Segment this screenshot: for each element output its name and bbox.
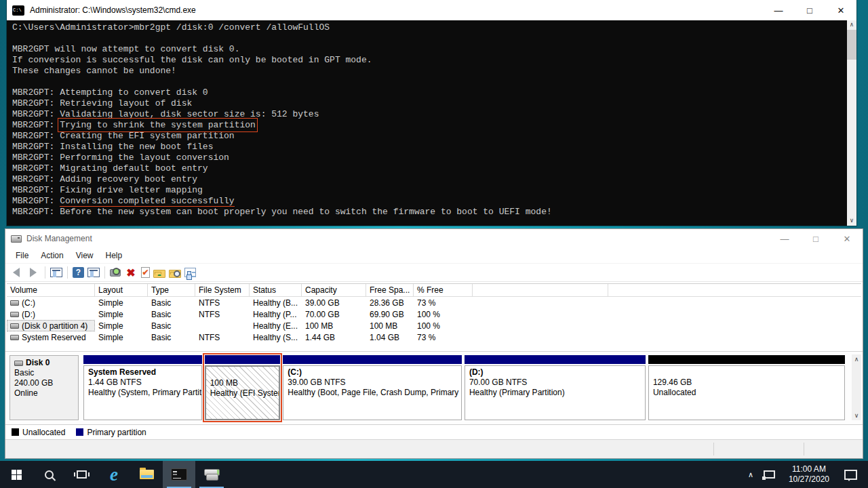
partition-block[interactable]: 129.46 GB Unallocated	[648, 355, 845, 420]
volume-icon	[10, 323, 19, 329]
disk-type: Basic	[14, 368, 74, 378]
console-line: MBR2GPT: Creating the EFI system partiti…	[12, 131, 843, 142]
column-header[interactable]: Free Spa...	[366, 284, 414, 296]
console-line	[12, 33, 843, 44]
back-icon[interactable]	[9, 266, 23, 279]
network-icon[interactable]	[764, 470, 775, 479]
task-view-button[interactable]	[65, 461, 98, 488]
open-icon[interactable]: ▲	[153, 270, 165, 278]
cmd-scrollbar-thumb[interactable]	[847, 30, 856, 60]
search-button[interactable]	[33, 461, 65, 488]
volume-row[interactable]: (C:) Simple Basic NTFS Healthy (B... 39.…	[7, 297, 861, 308]
dm-minimize-button[interactable]: —	[769, 229, 800, 248]
show-console-tree-icon[interactable]	[50, 268, 62, 277]
disk-management-titlebar: Disk Management — □ ✕	[5, 229, 863, 248]
delete-volume-icon[interactable]: ✖	[124, 266, 138, 279]
console-line: These changes cannot be undone!	[12, 66, 843, 77]
dm-toolbar: ? ✖ ✔ ▲	[5, 263, 863, 282]
volume-row[interactable]: (Disk 0 partition 4) Simple Basic Health…	[7, 320, 861, 331]
properties-icon[interactable]	[184, 268, 196, 277]
disk-size: 240.00 GB	[14, 378, 74, 388]
menu-view[interactable]: View	[70, 249, 100, 262]
taskbar-button-icon	[203, 469, 220, 481]
console-line: MBR2GPT: Fixing drive letter mapping	[12, 185, 843, 196]
console-line: MBR2GPT: Before the new system can boot …	[12, 207, 843, 218]
partition-color-bar	[648, 355, 845, 364]
partition-color-bar	[283, 355, 462, 364]
menu-help[interactable]: Help	[100, 249, 129, 262]
tray-clock[interactable]: 11:00 AM 10/27/2020	[782, 464, 836, 485]
console-line: MBR2GPT: Installing the new boot files	[12, 142, 843, 152]
cmd-console[interactable]: C:\Users\Administrator>mbr2gpt /disk:0 /…	[7, 20, 856, 226]
column-header[interactable]: Status	[250, 284, 302, 296]
taskbar-button-icon	[12, 470, 22, 480]
scroll-down-icon[interactable]: ∨	[850, 216, 853, 226]
volume-icon	[10, 335, 19, 340]
dm-maximize-button[interactable]: □	[800, 229, 831, 248]
column-header[interactable]: Type	[148, 284, 195, 296]
scroll-down-icon[interactable]: ∨	[854, 411, 859, 420]
dm-menubar: File Action View Help	[5, 248, 863, 263]
console-line: MBR2GPT will now attempt to convert disk…	[12, 44, 843, 55]
partition-color-bar	[205, 355, 281, 364]
dm-close-button[interactable]: ✕	[831, 229, 863, 248]
cmd-close-button[interactable]: ✕	[825, 0, 856, 20]
disk0-panel[interactable]: Disk 0 Basic 240.00 GB Online	[9, 355, 79, 420]
cmd-window: C:\ Administrator: C:\Windows\system32\c…	[7, 0, 856, 226]
column-header[interactable]: File System	[195, 284, 250, 296]
toolbar-separator[interactable]	[45, 266, 45, 279]
mark-partition-icon[interactable]: ✔	[141, 267, 150, 278]
tray-date: 10/27/2020	[789, 474, 829, 485]
scroll-up-icon[interactable]: ∧	[854, 354, 859, 364]
volume-row[interactable]: (D:) Simple Basic NTFS Healthy (P... 70.…	[7, 308, 861, 320]
menu-file[interactable]: File	[9, 249, 35, 262]
column-header[interactable]: Volume	[7, 284, 95, 296]
taskbar: e ∧ 11:00 AM 10/27/2020	[0, 461, 868, 488]
console-line: C:\Users\Administrator>mbr2gpt /disk:0 /…	[12, 22, 843, 33]
taskbar-button-icon: e	[110, 466, 118, 484]
show-action-pane-icon[interactable]	[87, 268, 100, 277]
console-line: If conversion is successful the disk can…	[12, 55, 843, 66]
column-header[interactable]: % Free	[414, 284, 473, 296]
cmd-maximize-button[interactable]: □	[794, 0, 825, 20]
status-bar	[5, 439, 863, 458]
disk-viewer-icon[interactable]	[110, 269, 121, 277]
cmd-taskbar-button[interactable]	[163, 461, 195, 488]
console-line: MBR2GPT: Adding recovery boot entry	[12, 174, 843, 185]
cmd-app-icon: C:\	[12, 5, 24, 16]
column-header[interactable]: Capacity	[302, 284, 366, 296]
partition-block[interactable]: 100 MB Healthy (EFI Systen	[205, 355, 281, 420]
file-explorer-button[interactable]	[130, 461, 163, 488]
toolbar-separator[interactable]	[104, 266, 105, 279]
column-header[interactable]	[473, 284, 608, 296]
help-icon[interactable]: ?	[73, 267, 84, 278]
cmd-window-title: Administrator: C:\Windows\system32\cmd.e…	[30, 5, 196, 15]
taskbar-button-icon	[45, 470, 54, 479]
action-center-icon[interactable]	[844, 470, 857, 480]
taskbar-button-icon	[171, 468, 187, 481]
partition-block[interactable]: (D:) 70.00 GB NTFS Healthy (Primary Part…	[465, 355, 646, 420]
tray-chevron-icon[interactable]: ∧	[742, 470, 760, 479]
console-line: MBR2GPT: Conversion completed successful…	[12, 196, 843, 207]
graphic-scrollbar[interactable]: ∧ ∨	[852, 354, 861, 420]
internet-explorer-button[interactable]: e	[98, 461, 130, 488]
menu-action[interactable]: Action	[35, 249, 69, 262]
column-header[interactable]: Layout	[95, 284, 148, 296]
start-button[interactable]	[0, 461, 33, 488]
forward-icon[interactable]	[26, 266, 40, 279]
console-line: MBR2GPT: Performing the layout conversio…	[12, 152, 843, 163]
disk-management-app-icon	[11, 235, 22, 243]
scroll-up-icon[interactable]: ∧	[850, 20, 853, 30]
disk-management-window: Disk Management — □ ✕ File Action View H…	[5, 229, 863, 458]
toolbar-separator[interactable]	[67, 266, 68, 279]
disk-graphical-view: Disk 0 Basic 240.00 GB Online System Res…	[5, 351, 863, 424]
cmd-scrollbar[interactable]: ∧ ∨	[847, 20, 856, 226]
cmd-minimize-button[interactable]: —	[763, 0, 794, 20]
partition-block[interactable]: (C:) 39.00 GB NTFS Healthy (Boot, Page F…	[283, 355, 462, 420]
legend-item: Primary partition	[76, 428, 146, 437]
console-line: MBR2GPT: Validating layout, disk sector …	[12, 109, 843, 120]
volume-row[interactable]: System Reserved Simple Basic NTFS Health…	[7, 331, 861, 343]
explore-icon[interactable]	[169, 270, 181, 278]
partition-block[interactable]: System Reserved 1.44 GB NTFS Healthy (Sy…	[83, 355, 202, 420]
disk-management-taskbar-button[interactable]	[195, 461, 228, 488]
